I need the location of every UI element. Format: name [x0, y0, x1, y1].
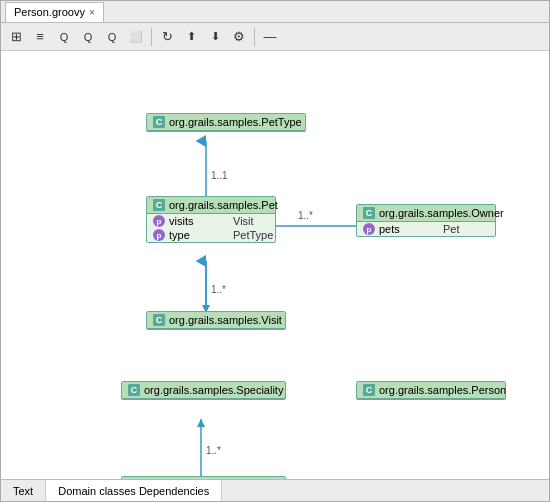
speciality-name: org.grails.samples.Speciality	[144, 384, 283, 396]
pet-type-class[interactable]: C org.grails.samples.PetType	[146, 113, 306, 132]
pet-type-row: p type PetType	[147, 228, 275, 242]
tab-label: Person.groovy	[14, 6, 85, 18]
pet-type-header: C org.grails.samples.PetType	[147, 114, 305, 131]
svg-text:1..*: 1..*	[206, 445, 221, 456]
pet-visits-row: p visits Visit	[147, 214, 275, 228]
grid-icon[interactable]: ⊞	[5, 26, 27, 48]
toolbar-separator-2	[254, 28, 255, 46]
person-name: org.grails.samples.Person	[379, 384, 506, 396]
owner-header: C org.grails.samples.Owner	[357, 205, 495, 222]
visit-header: C org.grails.samples.Visit	[147, 312, 285, 329]
prop-visits-name: visits	[169, 215, 229, 227]
person-class[interactable]: C org.grails.samples.Person	[356, 381, 506, 400]
prop-type-type: PetType	[233, 229, 273, 241]
class-icon-pettype: C	[153, 116, 165, 128]
prop-icon-visits: p	[153, 215, 165, 227]
class-icon-speciality: C	[128, 384, 140, 396]
file-tab[interactable]: Person.groovy ×	[5, 2, 104, 22]
speciality-header: C org.grails.samples.Speciality	[122, 382, 285, 399]
speciality-class[interactable]: C org.grails.samples.Speciality	[121, 381, 286, 400]
prop-type-name: type	[169, 229, 229, 241]
settings-icon[interactable]: ⚙	[228, 26, 250, 48]
visit-name: org.grails.samples.Visit	[169, 314, 282, 326]
svg-text:1..1: 1..1	[211, 170, 228, 181]
visit-class[interactable]: C org.grails.samples.Visit	[146, 311, 286, 330]
tab-domain-classes[interactable]: Domain classes Dependencies	[46, 480, 222, 501]
tab-text[interactable]: Text	[1, 480, 46, 501]
pet-header: C org.grails.samples.Pet	[147, 197, 275, 214]
list-icon[interactable]: ≡	[29, 26, 51, 48]
pet-name: org.grails.samples.Pet	[169, 199, 278, 211]
owner-name: org.grails.samples.Owner	[379, 207, 504, 219]
diagram: 1..1 1..* 1..* 1..* C	[1, 51, 549, 479]
vet-header: C org.grails.samples.Vet	[122, 477, 285, 479]
owner-pets-row: p pets Pet	[357, 222, 495, 236]
toolbar: ⊞ ≡ Q Q Q ⬜ ↻ ⬆ ⬇ ⚙ —	[1, 23, 549, 51]
vet-class[interactable]: C org.grails.samples.Vet p specialities …	[121, 476, 286, 479]
minus-icon[interactable]: —	[259, 26, 281, 48]
import-icon[interactable]: ⬇	[204, 26, 226, 48]
export-icon[interactable]: ⬆	[180, 26, 202, 48]
class-icon-pet: C	[153, 199, 165, 211]
prop-icon-pets: p	[363, 223, 375, 235]
zoom-reset-icon[interactable]: Q	[101, 26, 123, 48]
refresh-icon[interactable]: ↻	[156, 26, 178, 48]
prop-pets-name: pets	[379, 223, 439, 235]
person-header: C org.grails.samples.Person	[357, 382, 505, 399]
tab-bar: Person.groovy ×	[1, 1, 549, 23]
tab-close-button[interactable]: ×	[89, 7, 95, 18]
svg-text:1..*: 1..*	[211, 284, 226, 295]
main-window: Person.groovy × ⊞ ≡ Q Q Q ⬜ ↻ ⬆ ⬇ ⚙ —	[0, 0, 550, 502]
fit-icon[interactable]: ⬜	[125, 26, 147, 48]
owner-class[interactable]: C org.grails.samples.Owner p pets Pet	[356, 204, 496, 237]
prop-pets-type: Pet	[443, 223, 460, 235]
toolbar-separator-1	[151, 28, 152, 46]
pet-type-name: org.grails.samples.PetType	[169, 116, 302, 128]
class-icon-visit: C	[153, 314, 165, 326]
zoom-in-icon[interactable]: Q	[77, 26, 99, 48]
pet-class[interactable]: C org.grails.samples.Pet p visits Visit …	[146, 196, 276, 243]
prop-visits-type: Visit	[233, 215, 254, 227]
class-icon-person: C	[363, 384, 375, 396]
svg-marker-11	[197, 419, 205, 427]
zoom-out-icon[interactable]: Q	[53, 26, 75, 48]
bottom-tab-bar: Text Domain classes Dependencies	[1, 479, 549, 501]
class-icon-owner: C	[363, 207, 375, 219]
prop-icon-type: p	[153, 229, 165, 241]
diagram-area: 1..1 1..* 1..* 1..* C	[1, 51, 549, 479]
svg-text:1..*: 1..*	[298, 210, 313, 221]
